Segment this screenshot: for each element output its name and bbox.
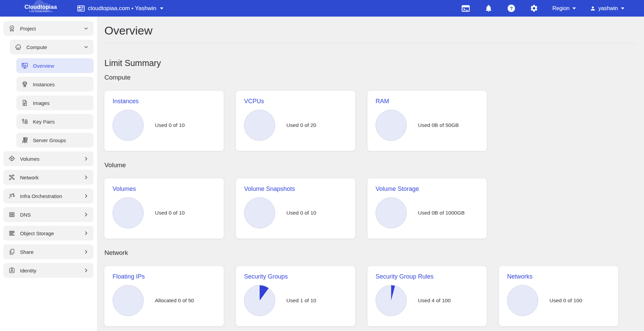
limit-card-title-link[interactable]: Security Groups [244,273,288,280]
sidebar-item-label: Volumes [20,156,83,162]
sidebar-item-images[interactable]: Images [16,95,94,110]
usage-pie-chart [244,197,275,228]
sidebar-item-instances[interactable]: Instances [16,77,94,92]
usage-text: Used 0B of 50GB [418,122,459,128]
limit-card-volumes: Volumes Used 0 of 10 [104,178,224,239]
sidebar-item-server-groups[interactable]: Server Groups [16,133,94,148]
limit-card-volume-storage: Volume Storage Used 0B of 1000GB [367,178,487,239]
limit-card-title-link[interactable]: VCPUs [244,98,264,105]
usage-text: Used 0 of 10 [155,210,185,216]
server-groups-icon [21,136,28,144]
usage-pie-chart [244,285,275,316]
limit-card-title-link[interactable]: Floating IPs [113,273,145,280]
volume-card-row: Volumes Used 0 of 10 Volume Snapshots Us… [104,178,637,239]
orchestration-icon [8,192,16,200]
dashboard-monitor-icon [21,62,28,69]
usage-pie-chart [376,110,407,141]
limit-card-title-link[interactable]: Networks [507,273,532,280]
limit-card-title-link[interactable]: Volumes [113,185,136,193]
settings-button[interactable] [529,4,538,13]
usage-text: Used 0 of 10 [155,122,185,128]
usage-text: Used 0B of 1000GB [418,210,465,216]
limit-card-title-link[interactable]: RAM [376,98,389,105]
chevron-down-icon [83,44,89,50]
sidebar-item-project[interactable]: Project [3,21,94,36]
usage-pie-chart [113,197,144,228]
usage-pie-chart [113,110,144,141]
region-dropdown[interactable]: Region [552,5,576,12]
limit-card-floating-ips: Floating IPs Allocated 0 of 50 [104,266,224,326]
share-pages-icon [8,248,16,256]
chevron-right-icon [83,249,89,255]
sidebar-item-overview[interactable]: Overview [16,58,94,73]
sidebar-item-label: Network [20,175,83,180]
sidebar-item-network[interactable]: Network [3,170,94,185]
sidebar-nav: Project Compute [0,17,97,331]
logo-tagline: Your Cloud Partner! [17,10,64,13]
limit-card-ram: RAM Used 0B of 50GB [367,91,487,151]
sidebar-item-share[interactable]: Share [3,244,94,259]
limit-card-volume-snapshots: Volume Snapshots Used 0 of 10 [236,178,355,239]
brand-logo[interactable]: Cloudtopiaa Your Cloud Partner! [17,4,64,13]
region-label: Region [552,5,569,12]
sidebar-item-compute[interactable]: Compute [10,40,94,54]
cloud-icon [15,43,22,51]
sidebar-item-label: Server Groups [33,137,89,143]
limit-card-title-link[interactable]: Volume Snapshots [244,185,295,193]
title-divider [104,43,637,43]
network-nodes-icon [8,174,16,181]
limit-card-vcpus: VCPUs Used 0 of 20 [236,91,355,151]
help-button[interactable]: ? [507,4,516,13]
billboard-icon [77,5,85,12]
sidebar-item-key-pairs[interactable]: Key Pairs [16,114,94,129]
sidebar-item-label: Project [20,26,83,31]
notifications-button[interactable] [484,4,493,13]
sidebar-item-object-storage[interactable]: Object Storage [3,226,94,241]
limit-card-title-link[interactable]: Security Group Rules [376,273,434,280]
usage-pie-chart [376,285,407,316]
user-menu[interactable]: yashwin [590,5,624,12]
sidebar-item-label: Object Storage [20,230,83,236]
sidebar-item-label: Images [33,100,89,106]
usage-pie-chart [244,110,275,141]
document-icon [21,99,28,107]
context-selector-label: cloudtopiaa.com • Yashwin [88,5,156,12]
sidebar-item-identity[interactable]: Identity [3,263,94,278]
group-heading-network: Network [104,249,637,257]
limit-card-title-link[interactable]: Instances [113,98,139,105]
console-button[interactable] [461,4,470,13]
user-icon [590,5,596,12]
usage-text: Used 0 of 20 [286,122,316,128]
group-heading-compute: Compute [104,74,637,81]
usage-pie-chart [113,285,144,316]
sidebar-item-label: Identity [20,268,83,273]
sidebar-item-label: DNS [20,212,83,218]
chevron-right-icon [83,230,89,236]
chevron-right-icon [83,175,89,180]
chevron-right-icon [83,268,89,273]
gear-icon [530,4,538,13]
console-icon [461,4,470,13]
limit-summary-heading: Limit Summary [104,58,637,68]
page-title: Overview [104,24,637,37]
sidebar-item-label: Instances [33,82,89,87]
object-list-icon [8,229,16,237]
sidebar-item-infra-orchestration[interactable]: Infra Orchestration [3,189,94,203]
sidebar-item-volumes[interactable]: Volumes [3,151,94,166]
limit-card-security-groups: Security Groups Used 1 of 10 [236,266,355,326]
chevron-right-icon [83,156,89,161]
main-content: Overview Limit Summary Compute Instances… [97,17,644,331]
username-label: yashwin [598,5,618,12]
usage-pie-chart [507,285,538,316]
identity-badge-icon [8,267,16,274]
sidebar-item-dns[interactable]: DNS [3,207,94,222]
svg-text:?: ? [510,6,513,11]
domain-project-selector[interactable]: cloudtopiaa.com • Yashwin [77,5,163,12]
usage-text: Used 0 of 100 [549,297,582,304]
cube-icon [8,155,16,162]
limit-card-title-link[interactable]: Volume Storage [376,185,419,193]
chevron-down-icon [572,7,576,9]
chevron-right-icon [83,212,89,217]
help-icon: ? [507,4,516,13]
sidebar-item-label: Infra Orchestration [20,193,83,199]
